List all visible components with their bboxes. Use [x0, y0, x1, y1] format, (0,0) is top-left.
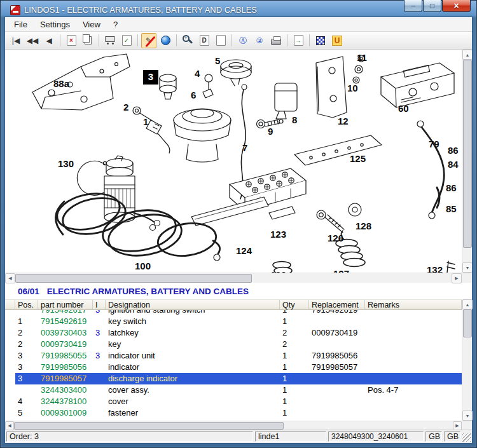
diagram-callout[interactable]: 123: [270, 229, 286, 240]
table-row[interactable]: 17915492619key switch1: [15, 316, 462, 327]
diagram-callouts: 88a3546217981110126012579868486851301001…: [7, 53, 459, 273]
diagram-callout[interactable]: 130: [58, 159, 74, 170]
diagram-callout[interactable]: 125: [350, 154, 366, 165]
table-vertical-scrollbar[interactable]: ▲ ▼: [462, 299, 472, 421]
diagram-callout-selected[interactable]: 3: [143, 70, 158, 85]
minimize-button[interactable]: –: [404, 0, 422, 12]
scroll-right-button[interactable]: ▶: [452, 273, 462, 283]
column-header-des[interactable]: Designation: [106, 299, 280, 310]
column-header-rep[interactable]: Replacement: [309, 299, 365, 310]
diagram-callout[interactable]: 6: [191, 90, 196, 101]
cell-pn: 0009730419: [38, 339, 93, 350]
table-row[interactable]: [15, 419, 462, 421]
diagram-callout[interactable]: 8: [292, 115, 297, 126]
diagram-callout[interactable]: 128: [356, 221, 371, 232]
menu-file[interactable]: File: [8, 18, 34, 31]
column-header-pn[interactable]: part number: [38, 299, 93, 310]
close-button[interactable]: ×: [442, 0, 471, 12]
diagram-callout[interactable]: 127: [333, 269, 349, 273]
diagram-callout[interactable]: 1: [143, 117, 148, 128]
menu-settings[interactable]: Settings: [34, 18, 76, 31]
mosaic-view-button[interactable]: [313, 33, 328, 48]
print-button[interactable]: [268, 33, 284, 48]
diagram-callout[interactable]: 10: [347, 83, 358, 94]
column-header-qty[interactable]: Qty: [280, 299, 309, 310]
table-row[interactable]: 20009730419key2: [15, 339, 462, 350]
nav-prev-button[interactable]: ◀: [41, 33, 57, 48]
scroll-thumb[interactable]: [15, 274, 252, 283]
scroll-left-button[interactable]: ◀: [5, 421, 14, 430]
table-row-selected[interactable]: 37919985057discharge indicator1: [15, 373, 462, 384]
scroll-up-button[interactable]: ▲: [462, 299, 473, 309]
menu-view[interactable]: View: [76, 18, 107, 31]
nav-prev-fast-button[interactable]: ◀◀: [25, 33, 40, 48]
diagram-callout[interactable]: 100: [135, 261, 151, 272]
scroll-up-button[interactable]: ▲: [462, 50, 472, 60]
diagram-callout[interactable]: 84: [448, 160, 459, 170]
column-header-rem[interactable]: Remarks: [365, 299, 462, 310]
cell-pn: 7915492619: [38, 316, 93, 327]
scroll-thumb[interactable]: [14, 422, 284, 430]
world-time-button[interactable]: [158, 33, 173, 48]
diagram-callout[interactable]: 5: [215, 56, 220, 67]
diagram-callout[interactable]: 79: [429, 139, 439, 150]
cell-rem: [365, 407, 462, 419]
resize-grip[interactable]: [462, 433, 471, 442]
table-row[interactable]: 43244378100cover1: [15, 396, 462, 407]
maximize-button[interactable]: □: [423, 0, 441, 12]
scrollbar-corner: [462, 273, 472, 283]
table-row[interactable]: 3244303400cover assy.1Pos. 4-7: [15, 384, 462, 396]
edit-disabled-button[interactable]: ✎: [141, 33, 156, 48]
table-row[interactable]: 50009301009fastener1: [15, 407, 462, 419]
doc-delete-button[interactable]: ×: [64, 33, 79, 48]
table-horizontal-scrollbar[interactable]: ◀ ▶: [5, 421, 462, 430]
mosaic-view-icon: [316, 36, 325, 45]
menu-help[interactable]: ?: [107, 18, 124, 31]
diagram-callout[interactable]: 88a: [53, 79, 69, 90]
diagram-callout[interactable]: 86: [448, 146, 459, 156]
page-detail-button[interactable]: D: [197, 33, 212, 48]
diagram-callout[interactable]: 132: [427, 265, 443, 273]
table-row[interactable]: 79154926173ignition and starting switch1…: [15, 310, 462, 316]
u-marker-button[interactable]: U: [329, 33, 345, 48]
scroll-right-button[interactable]: ▶: [453, 421, 462, 430]
title-bar[interactable]: LINDOS1 - ELECTRIC ARMATURES, BATTERY AN…: [5, 0, 472, 17]
exit-catalog-button[interactable]: →: [291, 33, 306, 48]
diagram-callout[interactable]: 7: [242, 143, 247, 154]
scroll-thumb[interactable]: [463, 60, 472, 248]
diagram-horizontal-scrollbar[interactable]: ◀ ▶: [5, 273, 462, 283]
table-row[interactable]: 200397304033latchkey20009730419: [15, 327, 462, 339]
column-header-i[interactable]: I: [93, 299, 106, 310]
cell-pos: 5: [15, 407, 38, 419]
cell-rep: 0009730419: [309, 327, 365, 339]
annotate-2-button[interactable]: ②: [252, 33, 267, 48]
doc-copy-button[interactable]: [80, 33, 95, 48]
diagram-callout[interactable]: 4: [195, 69, 200, 79]
diagram-callout[interactable]: 126: [328, 233, 343, 244]
diagram-callout[interactable]: 124: [236, 246, 252, 257]
table-row[interactable]: 37919985056indicator17919985057: [15, 362, 462, 373]
diagram-callout[interactable]: 122: [270, 270, 286, 273]
scroll-thumb[interactable]: [463, 309, 472, 337]
table-row[interactable]: 379199850553indicator unit17919985056: [15, 350, 462, 362]
scroll-down-button[interactable]: ▼: [462, 411, 473, 421]
window-controls: –□×: [403, 0, 471, 12]
diagram-callout[interactable]: 9: [268, 126, 273, 137]
diagram-callout[interactable]: 12: [338, 116, 349, 127]
doc-check-button[interactable]: ✓: [119, 33, 134, 48]
diagram-callout[interactable]: 60: [398, 104, 409, 114]
diagram-vertical-scrollbar[interactable]: ▲ ▼: [462, 50, 472, 273]
scroll-left-button[interactable]: ◀: [5, 273, 15, 283]
page-view-button[interactable]: [213, 33, 228, 48]
diagram-callout[interactable]: 2: [123, 102, 128, 113]
scroll-down-button[interactable]: ▼: [462, 262, 472, 273]
diagram-callout[interactable]: 11: [357, 53, 367, 64]
diagram-callout[interactable]: 86: [446, 183, 457, 194]
diagram-callout[interactable]: 85: [446, 204, 457, 215]
column-header-pos[interactable]: Pos.: [15, 299, 38, 310]
zoom-button[interactable]: [180, 33, 195, 48]
order-cart-button[interactable]: [102, 33, 118, 48]
nav-first-button[interactable]: |◀: [8, 33, 24, 48]
cell-des: key switch: [106, 316, 280, 327]
annotate-a-button[interactable]: Ⓐ: [235, 33, 251, 48]
